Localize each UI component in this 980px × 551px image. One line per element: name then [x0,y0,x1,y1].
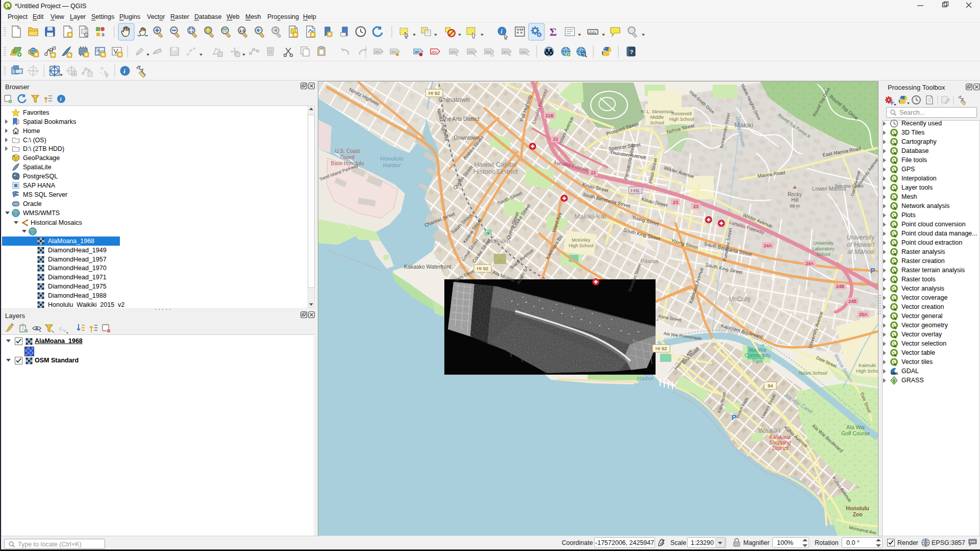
svg-text:High Scho: High Scho [856,368,878,374]
svg-text:23: 23 [673,200,678,205]
svg-text:Chinatown: Chinatown [438,96,469,103]
svg-text:High School: High School [669,117,694,122]
svg-text:Park: Park [752,358,764,364]
svg-text:ε: ε [59,324,62,332]
svg-text:School: School [816,252,831,257]
svg-text:Kalakaua: Kalakaua [769,434,791,440]
svg-text:Kaimuki: Kaimuki [859,362,876,368]
svg-text:22: 22 [553,137,558,142]
svg-text:21B: 21B [545,113,554,118]
svg-text:94: 94 [768,383,773,388]
svg-text:Σ: Σ [549,25,557,38]
svg-text:Harbor: Harbor [383,162,401,168]
svg-text:Pawaa: Pawaa [640,258,659,264]
svg-text:Rocky: Rocky [788,192,802,197]
svg-text:25A: 25A [859,312,867,317]
svg-text:Sonoma Street: Sonoma Street [835,183,864,189]
svg-text:Honolulu: Honolulu [846,505,869,511]
svg-text:School: School [650,120,664,125]
svg-text:I H1: I H1 [631,188,640,193]
svg-text:of Hawai'i: of Hawai'i [847,241,875,248]
svg-text:HI 92: HI 92 [429,90,440,96]
svg-text:Makiki-Kai: Makiki-Kai [574,213,606,220]
svg-text:HI 92: HI 92 [477,266,489,271]
svg-text:a: a [102,32,105,37]
svg-text:McCully: McCully [729,296,751,303]
svg-text:U.S. Coast: U.S. Coast [335,148,360,154]
svg-text:Honolulu: Honolulu [380,155,404,162]
svg-text:Waikīkī: Waikīkī [758,427,781,434]
svg-text:24A: 24A [806,261,814,266]
svg-text:ab: ab [415,49,419,54]
svg-text:Shopping: Shopping [769,440,791,445]
svg-text:i: i [123,67,125,75]
svg-text:23: 23 [693,204,698,209]
svg-text:Hill: Hill [791,197,798,203]
svg-text:Golf Course: Golf Course [841,430,870,436]
svg-text:R. L. Stevenson: R. L. Stevenson [641,109,673,114]
svg-text:24B: 24B [836,284,844,289]
svg-text:Guard: Guard [340,154,355,160]
svg-text:High School: High School [569,243,594,248]
svg-text:Laboratory: Laboratory [812,246,835,251]
svg-text:22: 22 [591,170,596,175]
svg-text:University: University [813,241,834,246]
svg-text:GDAL: GDAL [891,372,898,375]
svg-text:P: P [870,267,875,275]
svg-text:Zoo: Zoo [852,511,862,517]
svg-text:24A: 24A [764,243,772,248]
svg-text:Roosevelt: Roosevelt [671,111,692,116]
svg-text:P: P [732,413,736,422]
svg-text:McKinley: McKinley [572,238,591,243]
svg-text:88 m: 88 m [790,203,800,208]
svg-text:Historic District: Historic District [473,168,518,175]
svg-text:District: District [772,445,789,451]
svg-text:abc: abc [432,49,438,54]
svg-text:24B: 24B [848,299,857,304]
svg-text:Middle: Middle [650,115,664,120]
svg-text:Base Honolulu: Base Honolulu [331,161,364,166]
svg-text:Hawaii Capital: Hawaii Capital [474,161,516,168]
svg-text:1:1: 1:1 [239,29,245,33]
svg-text:at Mānoa: at Mānoa [847,248,874,255]
svg-text:Ala Wai: Ala Wai [846,424,865,430]
svg-text:The Arts District: The Arts District [442,116,480,122]
svg-text:Harbor: Harbor [637,375,654,381]
svg-text:Tolani School: Tolani School [798,370,828,376]
svg-text:?: ? [630,49,634,55]
svg-text:Ala Wai: Ala Wai [749,347,766,353]
svg-text:University: University [847,234,875,241]
svg-text:HI 92: HI 92 [656,346,667,351]
svg-text:Kakaako Waterfront: Kakaako Waterfront [404,264,451,270]
svg-text:Community: Community [745,353,771,358]
